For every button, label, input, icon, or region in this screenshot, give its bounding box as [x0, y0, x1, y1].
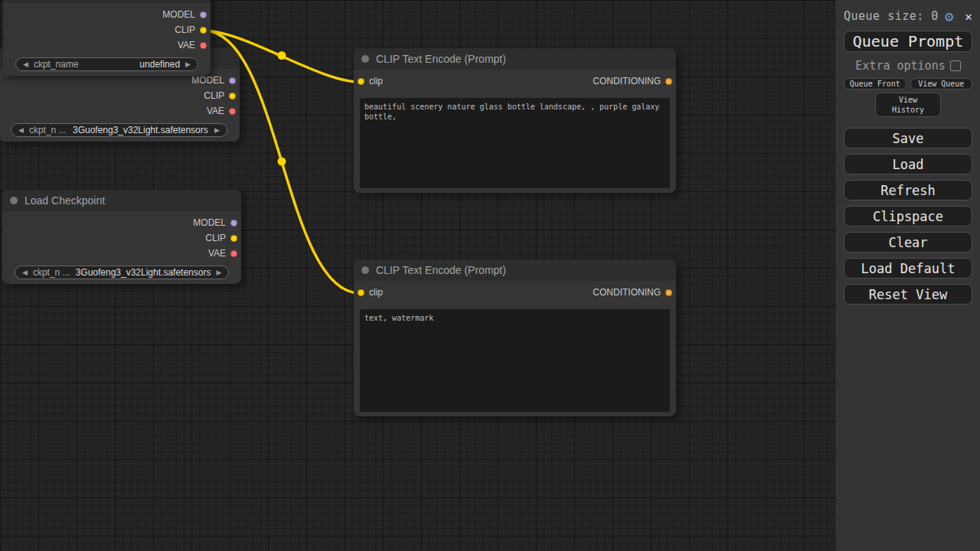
- ckpt-name-combo-widget[interactable]: ◀ ckpt_name undefined ▶: [15, 57, 198, 71]
- clip-input-dot[interactable]: [358, 289, 364, 296]
- widget-name: ckpt_n ...: [33, 267, 70, 278]
- output-label-vae: VAE: [207, 106, 224, 116]
- clip-text-encode-negative-node[interactable]: CLIP Text Encode (Prompt) clip CONDITION…: [354, 259, 676, 416]
- queue-front-button[interactable]: Queue Front: [844, 78, 906, 90]
- output-label-conditioning: CONDITIONING: [593, 287, 661, 298]
- combo-next-icon[interactable]: ▶: [216, 269, 221, 276]
- queue-prompt-button[interactable]: Queue Prompt: [844, 31, 972, 52]
- collapse-dot-icon[interactable]: [361, 55, 369, 63]
- view-history-line2: History: [892, 105, 924, 115]
- save-button[interactable]: Save: [844, 128, 972, 148]
- node-title: CLIP Text Encode (Prompt): [376, 53, 506, 65]
- checkpoint-node-top[interactable]: MODEL CLIP VAE ◀ ckpt_name undefined ▶: [3, 0, 211, 76]
- load-button[interactable]: Load: [844, 154, 972, 174]
- node-title-bar[interactable]: CLIP Text Encode (Prompt): [354, 48, 676, 70]
- combo-prev-icon[interactable]: ◀: [22, 269, 28, 276]
- positive-prompt-textarea[interactable]: beautiful scenery nature glass bottle la…: [360, 98, 670, 188]
- widget-value: 3Guofeng3_v32Light.safetensors: [72, 125, 209, 135]
- clipspace-button[interactable]: Clipspace: [844, 206, 972, 227]
- output-label-clip: CLIP: [205, 233, 226, 243]
- output-label-model: MODEL: [193, 217, 226, 228]
- model-output-dot[interactable]: [229, 77, 236, 84]
- settings-gear-icon[interactable]: ⚙: [945, 9, 953, 24]
- output-label-clip: CLIP: [175, 24, 195, 35]
- ckpt-name-combo-widget[interactable]: ◀ ckpt_n ... 3Guofeng3_v32Light.safetens…: [15, 266, 229, 279]
- queue-actions-row: Queue Front View Queue: [844, 78, 972, 90]
- node-title: Load Checkpoint: [24, 194, 105, 207]
- vae-output-dot[interactable]: [200, 42, 207, 49]
- refresh-button[interactable]: Refresh: [844, 180, 972, 201]
- load-default-button[interactable]: Load Default: [844, 258, 972, 279]
- vae-output-dot[interactable]: [230, 250, 237, 257]
- output-label-model: MODEL: [162, 9, 195, 20]
- collapse-dot-icon[interactable]: [361, 266, 369, 274]
- extra-options-row: Extra options: [844, 60, 972, 72]
- combo-prev-icon[interactable]: ◀: [23, 60, 28, 68]
- widget-value: 3Guofeng3_v32Light.safetensors: [76, 267, 211, 278]
- view-history-button[interactable]: View History: [875, 93, 941, 117]
- link-midpoint-dot: [278, 158, 286, 166]
- negative-prompt-textarea[interactable]: text, watermark: [360, 309, 670, 412]
- model-output-dot[interactable]: [230, 220, 237, 227]
- queue-status-row: Queue size: 0 ⚙ ✕: [844, 8, 972, 24]
- model-output-dot[interactable]: [200, 11, 207, 18]
- widget-name: ckpt_name: [34, 59, 79, 70]
- widget-value: undefined: [84, 59, 180, 70]
- extra-options-label: Extra options: [855, 59, 945, 73]
- clip-input-dot[interactable]: [358, 78, 364, 85]
- clip-output-dot[interactable]: [229, 93, 236, 99]
- view-queue-button[interactable]: View Queue: [910, 78, 973, 90]
- output-label-vae: VAE: [178, 40, 195, 51]
- input-label-clip: clip: [369, 287, 383, 298]
- ckpt-name-combo-widget[interactable]: ◀ ckpt_n ... 3Guofeng3_v32Light.safetens…: [11, 123, 227, 137]
- action-button-stack: Save Load Refresh Clipspace Clear Load D…: [844, 128, 972, 305]
- load-checkpoint-node[interactable]: Load Checkpoint MODEL CLIP VAE ◀ ckpt_n …: [2, 190, 241, 284]
- clear-button[interactable]: Clear: [844, 232, 972, 253]
- comfy-menu-panel: Queue size: 0 ⚙ ✕ Queue Prompt Extra opt…: [835, 0, 980, 551]
- conditioning-output-dot[interactable]: [665, 289, 672, 296]
- reset-view-button[interactable]: Reset View: [844, 284, 972, 305]
- clip-output-dot[interactable]: [200, 27, 207, 34]
- conditioning-output-dot[interactable]: [665, 78, 672, 85]
- node-title-bar[interactable]: CLIP Text Encode (Prompt): [354, 259, 676, 281]
- widget-name: ckpt_n ...: [29, 125, 67, 135]
- link-midpoint-dot: [278, 51, 286, 60]
- combo-next-icon[interactable]: ▶: [185, 60, 191, 68]
- output-label-model: MODEL: [191, 75, 224, 86]
- output-label-conditioning: CONDITIONING: [593, 76, 661, 86]
- clip-output-dot[interactable]: [230, 235, 237, 242]
- clip-text-encode-positive-node[interactable]: CLIP Text Encode (Prompt) clip CONDITION…: [354, 48, 676, 193]
- extra-options-checkbox[interactable]: [950, 60, 961, 71]
- view-history-line1: View: [899, 95, 917, 105]
- combo-prev-icon[interactable]: ◀: [18, 126, 24, 134]
- output-label-clip: CLIP: [204, 90, 224, 101]
- collapse-dot-icon[interactable]: [10, 197, 18, 204]
- node-graph-canvas[interactable]: MODEL CLIP VAE ◀ ckpt_n ... 3Guofeng3_v3…: [0, 0, 835, 551]
- node-title-bar[interactable]: Load Checkpoint: [2, 190, 241, 211]
- output-label-vae: VAE: [208, 248, 226, 259]
- vae-output-dot[interactable]: [229, 108, 236, 115]
- queue-size-label: Queue size: 0: [844, 9, 939, 23]
- combo-next-icon[interactable]: ▶: [214, 126, 220, 134]
- input-label-clip: clip: [369, 76, 383, 86]
- close-icon[interactable]: ✕: [965, 9, 972, 24]
- node-title: CLIP Text Encode (Prompt): [376, 264, 506, 276]
